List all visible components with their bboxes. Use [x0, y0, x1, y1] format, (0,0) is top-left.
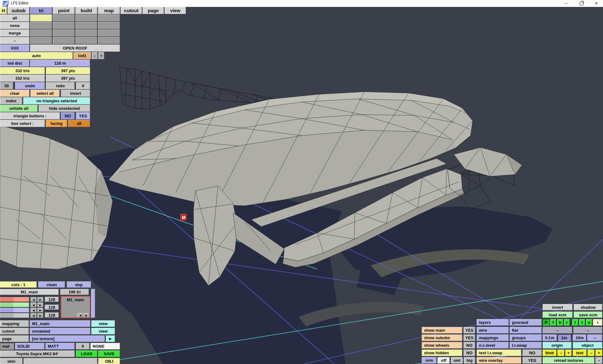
cutout-value[interactable]: unnamed	[30, 328, 90, 335]
auto-button[interactable]: auto	[0, 52, 73, 59]
material-next-arrow[interactable]: ►	[84, 313, 89, 317]
material-preview[interactable]: M1_main ◄ ►	[61, 296, 90, 318]
mapping-label[interactable]: mapping	[0, 320, 29, 327]
selection-marker[interactable]: M	[181, 214, 187, 221]
subob-grid-cell[interactable]	[75, 22, 97, 29]
skin-label[interactable]: skin	[0, 358, 23, 364]
shadow-button[interactable]: shadow	[574, 304, 602, 310]
lod-plus-button[interactable]: +	[98, 52, 104, 59]
blob-minus-button[interactable]: –	[557, 350, 564, 356]
subob-grid-cell[interactable]	[30, 29, 52, 37]
redo-button[interactable]: redo	[46, 82, 75, 89]
undo-button[interactable]: undo	[15, 82, 45, 89]
save-button[interactable]: SAVE	[98, 351, 120, 357]
show-wheels-state[interactable]: NO	[464, 342, 475, 349]
channel-f-button[interactable]: f	[550, 319, 556, 326]
text-minus-button[interactable]: –	[588, 350, 595, 356]
blue-increment-arrow[interactable]: ►	[37, 308, 43, 313]
tab-page[interactable]: page	[143, 7, 164, 14]
box-select-facing[interactable]: facing	[46, 120, 67, 127]
show-hidden-label[interactable]: show hidden	[422, 350, 462, 356]
subob-grid-cell[interactable]	[53, 37, 75, 44]
material-scroll-strip[interactable]	[91, 289, 95, 318]
skin-value[interactable]	[24, 358, 97, 364]
channel-l-button[interactable]: l	[572, 319, 578, 326]
channel-P-button[interactable]: P	[543, 319, 549, 326]
nrm-big-button[interactable]: big	[464, 357, 475, 364]
mapping-value[interactable]: M1_main	[30, 320, 90, 327]
brightness-slider[interactable]	[0, 313, 29, 318]
channel-r-button[interactable]: r	[564, 319, 570, 326]
blue-decrement-arrow[interactable]: ◄	[30, 308, 37, 313]
cols-button[interactable]: cols : 1	[0, 281, 37, 288]
wire-overlay-button[interactable]: wire overlay	[477, 357, 521, 364]
reload-textures-button[interactable]: reload textures	[543, 357, 595, 364]
minimize-button[interactable]	[561, 0, 571, 7]
clear-button[interactable]: clear	[0, 90, 30, 97]
groups-button[interactable]: groups	[510, 335, 542, 341]
object-button[interactable]: object	[573, 342, 602, 349]
scale-0-1m-button[interactable]: 0.1m	[543, 335, 557, 341]
row-merge-button[interactable]: merge	[0, 29, 30, 37]
car-name-button[interactable]: Toyota Supra MK2 84*	[0, 351, 75, 357]
lod-minus-button[interactable]: –	[92, 52, 98, 59]
gouraud-button[interactable]: gouraud	[510, 319, 542, 326]
page-arrow-button[interactable]: ▶	[106, 335, 115, 342]
wire-button[interactable]: wire	[477, 327, 509, 334]
show-wheels-label[interactable]: show wheels	[422, 342, 462, 349]
subob-grid-cell[interactable]	[75, 37, 97, 44]
lod-dist-label[interactable]: lod dist	[0, 60, 30, 67]
row-none-button[interactable]: none	[0, 22, 30, 29]
show-hidden-state[interactable]: NO	[464, 350, 475, 356]
blue-slider[interactable]	[0, 308, 29, 313]
hide-unselected-button[interactable]: hide unselected	[39, 105, 90, 112]
unhide-all-button[interactable]: unhide all	[0, 105, 38, 112]
reload-dash-button[interactable]: –	[595, 357, 602, 364]
show-subobs-state[interactable]: YES	[464, 335, 475, 341]
subob-grid-cell[interactable]	[53, 22, 75, 29]
channel-t-button[interactable]: t	[579, 319, 585, 326]
green-slider[interactable]	[0, 302, 29, 307]
nrm-off-button[interactable]: off	[437, 357, 450, 364]
channel-b-button[interactable]: b	[557, 319, 563, 326]
brightness-decrement-arrow[interactable]: ◄	[30, 313, 37, 318]
tab-subob[interactable]: subob	[8, 7, 30, 14]
subob-grid-cell[interactable]	[75, 29, 97, 37]
mapping-view-button[interactable]: view	[91, 320, 115, 327]
subobject-name-button[interactable]: OPEN ROOF	[30, 45, 120, 52]
tab-build[interactable]: build	[75, 7, 97, 14]
tab-view[interactable]: view	[165, 7, 186, 14]
channel-dot-button[interactable]: •	[593, 319, 602, 326]
tab-tri[interactable]: tri	[30, 7, 52, 14]
red-decrement-arrow[interactable]: ◄	[30, 297, 37, 302]
nrm-sml-button[interactable]: sml	[451, 357, 463, 364]
subob-grid-cell[interactable]	[98, 14, 120, 22]
mat-label[interactable]: mat	[0, 343, 14, 350]
show-subobs-label[interactable]: show subobs	[422, 335, 462, 341]
mat-none-button[interactable]: NONE	[90, 343, 120, 350]
dup-button[interactable]: dup	[67, 281, 91, 288]
close-button[interactable]: ×	[592, 0, 601, 7]
mappings-button[interactable]: mappings	[477, 335, 509, 341]
blob-button[interactable]: blob	[543, 350, 557, 356]
load-button[interactable]: LOAD	[76, 351, 97, 357]
page-value[interactable]: [no texture]	[30, 335, 105, 342]
scale-dash-button[interactable]: –	[587, 335, 602, 341]
lod1-button[interactable]: lod1	[73, 52, 91, 59]
page-label[interactable]: page	[0, 335, 29, 342]
green-decrement-arrow[interactable]: ◄	[30, 302, 37, 307]
channel-u-button[interactable]: u	[586, 319, 592, 326]
red-increment-arrow[interactable]: ►	[37, 297, 43, 302]
restore-button[interactable]	[577, 0, 586, 7]
green-increment-arrow[interactable]: ►	[37, 302, 43, 307]
subob-grid-cell[interactable]	[98, 22, 120, 29]
origin-button[interactable]: origin	[543, 342, 572, 349]
mat-matt-button[interactable]: MATT	[46, 343, 75, 350]
tab-point[interactable]: point	[53, 7, 75, 14]
subob-grid-cell[interactable]	[53, 29, 75, 37]
flat-button[interactable]: flat	[510, 327, 542, 334]
scale-10m-button[interactable]: 10m	[573, 335, 586, 341]
nrm-label[interactable]: nrm	[422, 357, 437, 364]
subob-grid-cell[interactable]	[30, 37, 52, 44]
show-main-state[interactable]: YES	[464, 327, 475, 334]
